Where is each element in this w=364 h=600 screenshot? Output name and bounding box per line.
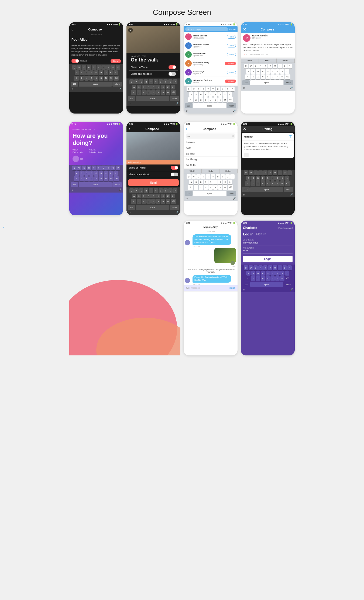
key-h[interactable]: H xyxy=(99,70,103,75)
mic-icon-7[interactable]: 🎤 xyxy=(233,197,236,200)
mic-icon[interactable]: 🎤 xyxy=(118,88,121,91)
key-m[interactable]: M xyxy=(109,76,113,81)
follow-button[interactable]: Follow xyxy=(227,35,236,39)
follow-button[interactable]: Follow xyxy=(227,71,236,74)
key-r[interactable]: R xyxy=(87,65,91,70)
done-button[interactable]: Done xyxy=(111,59,121,63)
key-j[interactable]: J xyxy=(104,70,108,75)
share-facebook-row-6: Share on Facebook xyxy=(126,171,180,178)
key-d[interactable]: D xyxy=(84,70,89,75)
key-k[interactable]: K xyxy=(109,70,113,75)
mic-icon-4[interactable]: 🎤 xyxy=(290,87,293,89)
public-toggle[interactable] xyxy=(71,59,79,63)
clear-search-icon[interactable]: ✕ xyxy=(232,135,234,138)
send-button-6[interactable]: Send xyxy=(128,179,179,186)
key-b[interactable]: B xyxy=(99,76,103,81)
key-i[interactable]: I xyxy=(106,65,111,70)
send-button-9[interactable]: Send xyxy=(229,287,235,289)
key-e[interactable]: E xyxy=(82,65,86,70)
share-facebook-toggle-6[interactable] xyxy=(171,173,178,176)
autocomplete-item[interactable]: Saito xyxy=(184,145,238,151)
key-u[interactable]: U xyxy=(101,65,106,70)
screen7-autocomplete: 9:41 ▲▲▲ WiFi 🔋 ‹ Compose sai ✕ Saitama … xyxy=(184,122,238,215)
key-p[interactable]: P xyxy=(116,65,120,70)
screen2-share: 9:41 ▲▲▲ WiFi 🔋 ✕ NAME OF ITEM: On the w… xyxy=(126,22,180,114)
type-message-input[interactable]: Type message xyxy=(186,287,200,289)
signal-icons-1: ▲▲▲ WiFi 🔋 xyxy=(106,23,121,26)
mic-icon-5[interactable]: 🎤 xyxy=(118,188,121,191)
key-n[interactable]: N xyxy=(104,76,108,81)
key-g[interactable]: G xyxy=(94,70,98,75)
share-twitter-toggle-6[interactable] xyxy=(171,166,178,170)
mic-icon-8[interactable]: 🎤 xyxy=(290,193,293,196)
autocomplete-item[interactable]: Sai Thai xyxy=(184,151,238,157)
cancel-button-3[interactable]: Cancel xyxy=(229,28,236,30)
twitter-icon: 𝕋 xyxy=(289,135,292,139)
close-button-4[interactable]: ✕ xyxy=(243,27,246,32)
search-term-7[interactable]: sai xyxy=(187,135,191,138)
post-text-4: This I have produced as a scantling of J… xyxy=(241,42,295,53)
key-w[interactable]: W xyxy=(77,65,81,70)
username-value[interactable]: TroyMcKinney xyxy=(243,241,293,245)
num-key[interactable]: 123 xyxy=(71,82,78,87)
follow-button[interactable]: Follow xyxy=(227,44,236,47)
mic-icon-10[interactable]: 🎤 xyxy=(290,288,293,291)
emoji-icon-8[interactable]: ☺ xyxy=(243,193,245,196)
name-of-item-label: NAME OF ITEM: xyxy=(129,54,178,57)
tab-signup[interactable]: Sign up xyxy=(256,232,266,236)
password-value[interactable]: •••••• xyxy=(243,249,293,253)
emoji-icon-6[interactable]: ☺ xyxy=(128,211,131,214)
unfollow-button[interactable]: Unfollow xyxy=(225,80,236,83)
header-bar-6: ‹ Compose xyxy=(126,126,180,132)
share-facebook-toggle[interactable] xyxy=(169,72,176,76)
emoji-icon-7[interactable]: ☺ xyxy=(186,197,188,200)
emoji-icon-10[interactable]: ☺ xyxy=(243,288,245,291)
key-q[interactable]: Q xyxy=(72,65,77,70)
emoji-icon-5[interactable]: ☺ xyxy=(71,188,74,191)
key-v[interactable]: V xyxy=(94,76,98,81)
key-o[interactable]: O xyxy=(111,65,115,70)
reblog-compose-area[interactable] xyxy=(241,159,295,170)
bottom-bar-9 xyxy=(184,291,238,292)
login-button[interactable]: Login xyxy=(243,256,293,262)
forgot-password-link[interactable]: Forgot password xyxy=(279,227,293,229)
key-s[interactable]: S xyxy=(80,70,84,75)
share-twitter-toggle[interactable] xyxy=(169,65,176,69)
key-z[interactable]: Z xyxy=(80,76,84,81)
close-button-8[interactable]: ✕ xyxy=(243,127,246,131)
key-a[interactable]: A xyxy=(75,70,79,75)
activity-slider[interactable] xyxy=(80,158,83,160)
delete-key[interactable]: ⌫ xyxy=(114,76,119,81)
mic-icon-2[interactable]: 🎤 xyxy=(176,102,178,105)
emoji-icon-4[interactable]: ☺ xyxy=(243,87,245,89)
follow-button[interactable]: Follow xyxy=(227,53,236,56)
key-l[interactable]: L xyxy=(114,70,118,75)
shift-key[interactable]: ⇧ xyxy=(74,76,79,81)
emoji-icon-2[interactable]: ☺ xyxy=(128,102,131,105)
emoji-icon-3[interactable]: ☺ xyxy=(186,109,188,112)
caption-bar[interactable]: Add a caption... xyxy=(126,160,180,164)
mic-icon-3[interactable]: 🎤 xyxy=(233,109,236,112)
mic-icon-6[interactable]: 🎤 xyxy=(176,211,178,214)
autocomplete-item[interactable]: Sai Thong xyxy=(184,157,238,162)
key-t[interactable]: T xyxy=(92,65,96,70)
emoji-icon[interactable]: ☺ xyxy=(71,88,74,91)
return-key[interactable]: return xyxy=(112,82,122,87)
space-key[interactable]: space xyxy=(79,82,112,87)
key-c[interactable]: C xyxy=(89,76,94,81)
autocomplete-item[interactable]: Saitama xyxy=(184,140,238,145)
compose-date: 25 APR 2017 xyxy=(69,33,123,37)
key-f[interactable]: F xyxy=(89,70,94,75)
where-value[interactable]: Set a location xyxy=(89,151,102,153)
close-icon-2[interactable]: ✕ xyxy=(128,28,133,33)
autocomplete-item[interactable]: Sai Ta Ku xyxy=(184,162,238,168)
key-y[interactable]: Y xyxy=(97,65,101,70)
search-input-3[interactable]: Search people... xyxy=(185,27,228,31)
tab-login[interactable]: Log in xyxy=(243,232,253,236)
keyboard-5: QWERTYUIOP ASDFGHJKL ⇧ZXCVBNM⌫ 123 space… xyxy=(69,165,123,193)
when-value[interactable]: Pick a date xyxy=(73,151,83,153)
activity-question: How are you doing? xyxy=(73,132,120,147)
unfollow-button[interactable]: Unfollow xyxy=(225,62,236,65)
key-x[interactable]: X xyxy=(84,76,89,81)
status-bar-8: 9:41 ▲▲▲ WiFi 🔋 xyxy=(241,122,295,126)
